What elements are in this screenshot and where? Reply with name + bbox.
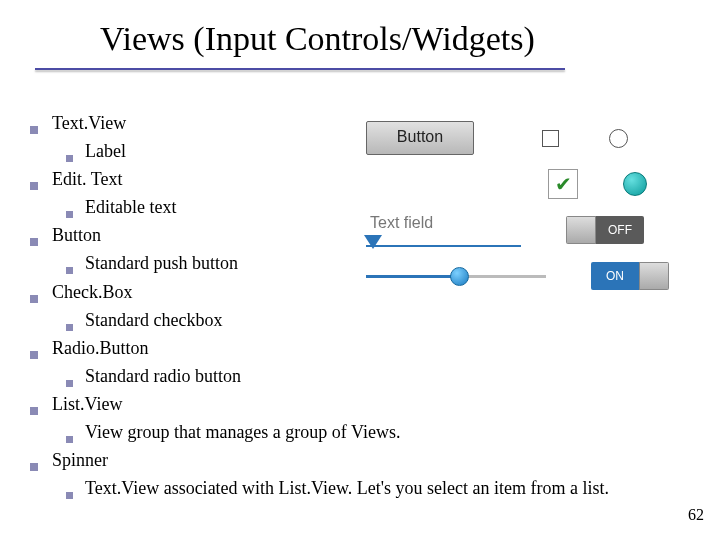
list-item: Standard radio button — [66, 363, 690, 389]
textfield-caret-icon — [364, 235, 382, 249]
list-item-label: List.View — [52, 391, 122, 417]
textfield-placeholder: Text field — [370, 214, 433, 232]
demo-seekbar[interactable] — [366, 264, 546, 288]
list-item-label: Check.Box — [52, 279, 133, 305]
bullet-icon — [30, 238, 38, 246]
list-item-label: Standard checkbox — [85, 307, 222, 333]
list-item: View group that manages a group of Views… — [66, 419, 690, 445]
checkbox-checked-icon[interactable]: ✔ — [548, 169, 578, 199]
list-item-label: Standard radio button — [85, 363, 241, 389]
bullet-icon — [66, 324, 73, 331]
list-item: Spinner — [30, 447, 690, 473]
widget-row: ON — [360, 258, 680, 294]
list-item-label: Spinner — [52, 447, 108, 473]
list-item-label: Text.View — [52, 110, 126, 136]
widget-preview: Button ✔ Text field OFF — [360, 120, 680, 304]
bullet-icon — [30, 126, 38, 134]
radio-unchecked-icon[interactable] — [609, 129, 628, 148]
title-underline — [35, 68, 565, 70]
list-item: Text.View associated with List.View. Let… — [66, 475, 690, 501]
toggle-handle — [566, 216, 596, 244]
seekbar-fill — [366, 275, 458, 278]
list-item-label: Button — [52, 222, 101, 248]
list-item-label: Text.View associated with List.View. Let… — [85, 475, 609, 501]
bullet-icon — [30, 463, 38, 471]
seekbar-thumb-icon — [450, 267, 469, 286]
list-item-label: Editable text — [85, 194, 176, 220]
slide: Views (Input Controls/Widgets) Text.View… — [0, 0, 720, 540]
demo-button[interactable]: Button — [366, 121, 474, 155]
check-icon: ✔ — [555, 172, 572, 196]
widget-row: ✔ — [360, 166, 680, 202]
toggle-handle — [639, 262, 669, 290]
list-item: List.View — [30, 391, 690, 417]
bullet-icon — [30, 407, 38, 415]
bullet-icon — [66, 436, 73, 443]
toggle-label: OFF — [596, 216, 644, 244]
widget-row: Text field OFF — [360, 212, 680, 248]
list-item-label: Label — [85, 138, 126, 164]
slide-title: Views (Input Controls/Widgets) — [100, 20, 535, 58]
toggle-off[interactable]: OFF — [566, 216, 644, 244]
bullet-icon — [66, 380, 73, 387]
checkbox-unchecked-icon[interactable] — [542, 130, 559, 147]
bullet-icon — [66, 155, 73, 162]
textfield-underline — [366, 245, 521, 247]
toggle-on[interactable]: ON — [591, 262, 669, 290]
bullet-icon — [30, 295, 38, 303]
bullet-icon — [30, 182, 38, 190]
radio-checked-icon[interactable] — [623, 172, 647, 196]
page-number: 62 — [688, 506, 704, 524]
list-item: Radio.Button — [30, 335, 690, 361]
toggle-label: ON — [591, 262, 639, 290]
widget-row: Button — [360, 120, 680, 156]
demo-text-field[interactable]: Text field — [366, 213, 521, 247]
bullet-icon — [66, 211, 73, 218]
bullet-icon — [66, 267, 73, 274]
list-item-label: Radio.Button — [52, 335, 149, 361]
list-item-label: Edit. Text — [52, 166, 122, 192]
list-item: Standard checkbox — [66, 307, 690, 333]
list-item-label: View group that manages a group of Views… — [85, 419, 400, 445]
list-item-label: Standard push button — [85, 250, 238, 276]
bullet-icon — [66, 492, 73, 499]
bullet-icon — [30, 351, 38, 359]
